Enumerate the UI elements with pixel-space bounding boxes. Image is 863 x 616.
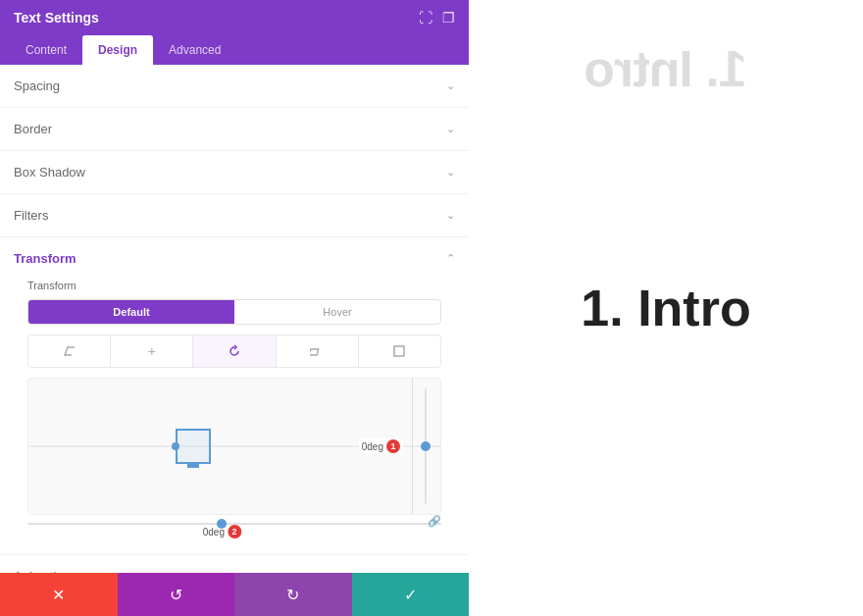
h-slider-row: 🔗 0deg 2 <box>27 519 441 540</box>
canvas-element-dot <box>172 442 179 450</box>
v-slider-value-badge: 0deg 1 <box>359 438 403 454</box>
v-slider-thumb[interactable] <box>421 441 431 451</box>
section-filters-label: Filters <box>14 208 48 223</box>
section-filters: Filters ⌄ <box>0 194 469 237</box>
section-border-label: Border <box>14 122 52 136</box>
chevron-down-icon: ⌄ <box>446 123 455 135</box>
expand-icon[interactable]: ⛶ <box>419 10 432 26</box>
section-spacing-header[interactable]: Spacing ⌄ <box>14 65 455 107</box>
right-content: 1. Intro 1. Intro <box>469 0 863 616</box>
section-animation-header[interactable]: Animation ⌄ <box>14 555 455 573</box>
h-slider-value: 0deg <box>203 527 225 538</box>
transform-shear-btn[interactable] <box>277 335 359 367</box>
section-border: Border ⌄ <box>0 108 469 151</box>
v-slider-track[interactable] <box>425 388 427 504</box>
mirror-text: 1. Intro <box>584 39 746 98</box>
transform-add-btn[interactable]: + <box>111 335 193 367</box>
link-icon[interactable]: 🔗 <box>428 515 441 528</box>
panel-footer: ✕ ↺ ↻ ✓ <box>0 573 469 616</box>
toggle-hover[interactable]: Hover <box>234 300 440 324</box>
skew-icon <box>63 344 76 358</box>
panel-header: Text Settings ⛶ ❐ <box>0 0 469 35</box>
transform-icon-bar: + <box>27 334 441 368</box>
canvas-v-line <box>412 379 413 514</box>
main-heading: 1. Intro <box>581 279 750 337</box>
transform-rotate-btn[interactable] <box>193 335 276 367</box>
undo-button[interactable]: ↺ <box>118 573 235 616</box>
v-slider-container <box>425 388 427 504</box>
transform-content: Transform Default Hover <box>14 280 455 554</box>
tab-advanced[interactable]: Advanced <box>153 35 236 65</box>
canvas-element-box[interactable] <box>176 429 211 464</box>
tab-design[interactable]: Design <box>82 35 153 65</box>
section-spacing: Spacing ⌄ <box>0 65 469 108</box>
transform-canvas: 0deg 1 <box>27 378 441 515</box>
cancel-button[interactable]: ✕ <box>0 573 118 616</box>
section-spacing-label: Spacing <box>14 78 60 93</box>
badge-circle-2: 2 <box>228 525 241 539</box>
chevron-up-icon: ⌃ <box>446 252 455 265</box>
redo-button[interactable]: ↻ <box>234 573 352 616</box>
panel-body: Spacing ⌄ Border ⌄ Box Shadow ⌄ Filters … <box>0 65 469 573</box>
split-icon[interactable]: ❐ <box>442 10 455 26</box>
section-transform: Transform ⌃ Transform Default Hover <box>0 237 469 555</box>
rotate-icon <box>228 344 241 358</box>
section-transform-label: Transform <box>14 251 76 266</box>
shear-icon <box>310 344 324 358</box>
header-icons: ⛶ ❐ <box>419 10 455 26</box>
chevron-down-icon: ⌄ <box>446 209 455 222</box>
tab-content[interactable]: Content <box>10 35 82 65</box>
canvas-element-anchor <box>187 462 199 468</box>
transform-scale-btn[interactable] <box>359 335 440 367</box>
scale-icon <box>392 344 406 358</box>
section-box-shadow: Box Shadow ⌄ <box>0 151 469 194</box>
chevron-down-icon: ⌄ <box>446 79 455 92</box>
h-slider-badge: 🔗 <box>428 515 441 528</box>
toggle-default[interactable]: Default <box>28 300 234 324</box>
settings-panel: Text Settings ⛶ ❐ Content Design Advance… <box>0 0 469 616</box>
chevron-down-icon: ⌄ <box>446 166 455 179</box>
section-box-shadow-header[interactable]: Box Shadow ⌄ <box>14 151 455 193</box>
section-filters-header[interactable]: Filters ⌄ <box>14 194 455 236</box>
transform-sub-label: Transform <box>27 280 441 291</box>
svg-rect-0 <box>310 349 319 355</box>
transform-skew-btn[interactable] <box>28 335 111 367</box>
plus-icon: + <box>148 343 156 359</box>
panel-tabs: Content Design Advanced <box>0 35 469 65</box>
section-border-header[interactable]: Border ⌄ <box>14 108 455 150</box>
section-animation: Animation ⌄ <box>0 555 469 573</box>
v-slider-value: 0deg <box>362 441 383 452</box>
badge-circle-1: 1 <box>386 439 400 453</box>
panel-title: Text Settings <box>14 10 99 26</box>
h-slider-value-label: 0deg 2 <box>203 525 241 539</box>
transform-toggle: Default Hover <box>27 299 441 325</box>
section-transform-header[interactable]: Transform ⌃ <box>14 237 455 280</box>
svg-rect-1 <box>394 346 404 356</box>
save-button[interactable]: ✓ <box>352 573 470 616</box>
section-box-shadow-label: Box Shadow <box>14 165 85 180</box>
